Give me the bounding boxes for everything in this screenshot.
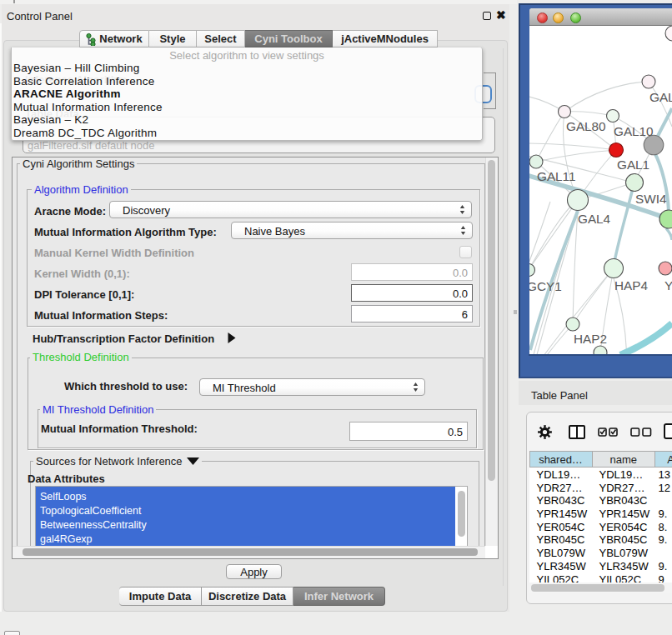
svg-text:GCY1: GCY1 <box>529 279 562 293</box>
svg-text:GAL11: GAL11 <box>537 169 576 183</box>
svg-text:Y: Y <box>664 278 672 292</box>
svg-text:HAP2: HAP2 <box>574 332 607 346</box>
svg-text:GAL4: GAL4 <box>578 212 611 226</box>
svg-text:GAL10: GAL10 <box>614 124 654 138</box>
svg-text:SWI4: SWI4 <box>635 192 667 206</box>
svg-text:HAP4: HAP4 <box>614 278 648 292</box>
svg-text:GAL80: GAL80 <box>566 119 606 133</box>
svg-text:GAL1: GAL1 <box>617 158 649 172</box>
svg-text:GAL7: GAL7 <box>649 90 672 104</box>
